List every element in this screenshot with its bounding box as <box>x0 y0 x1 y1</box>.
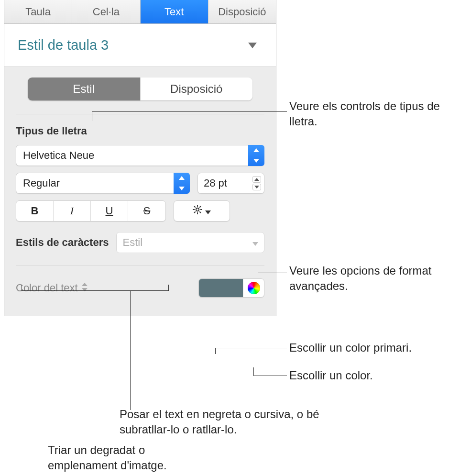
text-color-popup[interactable]: Color del text <box>16 282 88 294</box>
italic-label: I <box>70 205 74 217</box>
svg-marker-17 <box>252 242 258 246</box>
callout-font-controls: Veure els controls de tipus de lletra. <box>289 99 442 130</box>
font-family-value: Helvetica Neue <box>23 149 248 162</box>
underline-button[interactable]: U <box>91 201 128 221</box>
font-weight-value: Regular <box>23 177 174 189</box>
bold-button[interactable]: B <box>16 201 54 221</box>
svg-marker-4 <box>179 187 185 190</box>
chevron-down-icon <box>205 205 211 217</box>
inspector-tabs: Taula Cel·la Text Disposició <box>4 0 276 24</box>
bold-label: B <box>31 205 39 217</box>
svg-marker-16 <box>205 210 211 214</box>
svg-line-12 <box>194 206 196 208</box>
tab-disposicio[interactable]: Disposició <box>208 0 276 23</box>
callout-primary-color: Escollir un color primari. <box>289 340 442 355</box>
italic-button[interactable]: I <box>54 201 91 221</box>
tab-text[interactable]: Text <box>141 0 208 23</box>
tab-label: Text <box>164 6 184 18</box>
advanced-options-button[interactable] <box>174 200 230 221</box>
callout-gradient: Triar un degradat o emplenament d'imatge… <box>48 443 201 474</box>
font-weight-select[interactable]: Regular <box>16 173 190 194</box>
table-style-picker[interactable]: Estil de taula 3 <box>4 24 276 67</box>
tab-label: Taula <box>25 6 51 18</box>
updown-icon <box>82 282 88 294</box>
chevron-down-icon <box>248 43 257 48</box>
svg-marker-18 <box>82 283 88 286</box>
tab-taula[interactable]: Taula <box>4 0 72 23</box>
tab-label: Cel·la <box>93 6 120 18</box>
svg-marker-5 <box>254 178 259 181</box>
svg-line-14 <box>194 211 196 213</box>
tab-label: Disposició <box>218 6 266 18</box>
svg-marker-6 <box>254 186 259 188</box>
text-format-group: B I U S <box>16 200 166 221</box>
divider <box>16 266 264 266</box>
callout-advanced: Veure les opcions de format avançades. <box>289 263 442 294</box>
inspector-body: Estil Disposició Tipus de lletra Helveti… <box>4 67 276 316</box>
svg-marker-3 <box>179 176 185 180</box>
color-wheel-button[interactable] <box>243 279 264 297</box>
font-size-up[interactable] <box>252 176 261 183</box>
subtab-disposicio[interactable]: Disposició <box>140 77 253 100</box>
svg-line-13 <box>199 211 201 213</box>
chevron-down-icon <box>252 236 258 249</box>
font-family-select[interactable]: Helvetica Neue <box>16 145 264 166</box>
font-size-field[interactable]: 28 pt <box>197 173 264 194</box>
inspector-panel: Taula Cel·la Text Disposició Estil de ta… <box>4 0 276 316</box>
font-size-value: 28 pt <box>204 177 252 189</box>
underline-label: U <box>106 205 113 217</box>
subtab-label: Disposició <box>170 82 222 96</box>
divider <box>16 114 264 114</box>
subtab-label: Estil <box>73 82 95 96</box>
strike-button[interactable]: S <box>128 201 165 221</box>
svg-line-15 <box>199 206 201 208</box>
callout-any-color: Escollir un color. <box>289 368 442 383</box>
strike-label: S <box>143 205 151 217</box>
subtab-estil[interactable]: Estil <box>28 77 140 100</box>
char-styles-label: Estils de caràcters <box>16 236 109 249</box>
callout-bius: Posar el text en negreta o cursiva, o bé… <box>120 407 325 438</box>
svg-marker-2 <box>253 159 259 163</box>
select-stepper-icon <box>174 173 190 194</box>
char-style-placeholder: Estil <box>122 236 142 249</box>
char-style-select[interactable]: Estil <box>116 232 264 253</box>
font-size-down[interactable] <box>252 184 261 190</box>
table-style-name: Estil de taula 3 <box>18 37 248 53</box>
text-color-label: Color del text <box>16 282 78 294</box>
gear-icon <box>193 205 202 217</box>
text-color-controls <box>198 278 264 298</box>
select-stepper-icon <box>248 145 264 166</box>
color-wheel-icon <box>248 282 260 294</box>
text-color-swatch[interactable] <box>199 279 243 297</box>
svg-marker-0 <box>248 43 257 48</box>
svg-point-7 <box>196 208 199 211</box>
svg-marker-1 <box>253 148 259 152</box>
font-size-stepper <box>252 176 261 190</box>
font-section-label: Tipus de lletra <box>16 125 264 137</box>
tab-cella[interactable]: Cel·la <box>72 0 140 23</box>
text-subtabs: Estil Disposició <box>28 77 252 100</box>
